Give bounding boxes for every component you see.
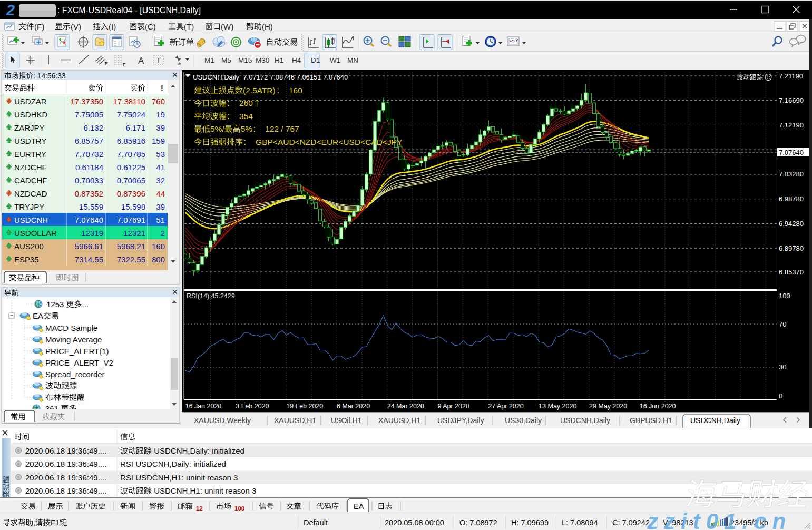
svg-text:1253: 1253 [46, 300, 66, 309]
svg-text:7.75005: 7.75005 [75, 110, 103, 119]
svg-text:5%: 5% [241, 124, 253, 133]
svg-text:100: 100 [234, 505, 244, 512]
svg-text:PRICE_ALERT_V2: PRICE_ALERT_V2 [45, 358, 113, 367]
svg-text:H4: H4 [292, 56, 301, 64]
svg-text:6 Mar 2020: 6 Mar 2020 [337, 403, 370, 410]
svg-text:USDCNH,H1: uninit reason 3: USDCNH,H1: uninit reason 3 [152, 486, 256, 495]
svg-text:6.98780: 6.98780 [779, 195, 804, 203]
svg-text:12321: 12321 [123, 229, 145, 238]
svg-text:16 Jan 2020: 16 Jan 2020 [185, 403, 222, 410]
svg-text:D1: D1 [311, 56, 320, 64]
svg-text:7.07691: 7.07691 [117, 215, 145, 224]
svg-text:39: 39 [156, 202, 165, 211]
svg-text:2: 2 [161, 229, 165, 238]
svg-text:MACD Sample: MACD Sample [45, 323, 97, 332]
svg-text:0: 0 [779, 392, 782, 400]
svg-text:XAUUSD,H1: XAUUSD,H1 [274, 416, 316, 425]
svg-text:7322.55: 7322.55 [117, 255, 145, 264]
svg-text:27 Apr 2020: 27 Apr 2020 [488, 403, 523, 410]
svg-text:7.70732: 7.70732 [75, 150, 103, 159]
svg-text:M30: M30 [256, 56, 269, 64]
svg-text:800: 800 [152, 255, 165, 264]
svg-text:7.07640: 7.07640 [75, 215, 103, 224]
svg-text:0.61225: 0.61225 [117, 163, 145, 172]
svg-text:7.21190: 7.21190 [779, 72, 803, 80]
svg-text:19 Feb 2020: 19 Feb 2020 [286, 403, 323, 410]
svg-text:A: A [138, 56, 144, 66]
svg-text:12: 12 [196, 505, 203, 512]
svg-text:15.559: 15.559 [79, 202, 103, 211]
svg-text:W1: W1 [330, 56, 340, 64]
svg-text:XAUUSD,Weekly: XAUUSD,Weekly [194, 416, 251, 425]
svg-text:260: 260 [235, 99, 253, 107]
svg-text:6.171: 6.171 [125, 123, 145, 132]
svg-text:7.75024: 7.75024 [117, 110, 145, 119]
svg-text:F1: F1 [51, 518, 60, 527]
svg-text:32: 32 [156, 176, 165, 185]
svg-text:USDCNH,Daily 7.07172 7.08746: USDCNH,Daily 7.07172 7.08746 7.06151 7.0… [193, 73, 348, 81]
svg-text:(F): (F) [34, 22, 44, 31]
svg-text:T: T [156, 56, 161, 64]
svg-text:,: , [33, 518, 35, 527]
svg-text:C: 7.09242: C: 7.09242 [612, 518, 650, 527]
svg-text:(W): (W) [221, 22, 233, 31]
svg-text:NZDCAD: NZDCAD [14, 189, 47, 198]
svg-text:2020.06.18 19:36:49....: 2020.06.18 19:36:49.... [25, 473, 106, 482]
svg-text:6.85916: 6.85916 [117, 136, 145, 145]
svg-text:51: 51 [156, 215, 165, 224]
svg-text:USOil,H1: USOil,H1 [331, 416, 362, 425]
svg-text:2: 2 [6, 2, 15, 18]
svg-text:US30,Daily: US30,Daily [505, 416, 542, 425]
svg-text:GBPUSD,H1: GBPUSD,H1 [630, 416, 672, 425]
svg-text:5966.61: 5966.61 [75, 242, 103, 251]
svg-text:(T): (T) [184, 22, 194, 31]
svg-text:24 Mar 2020: 24 Mar 2020 [387, 403, 424, 410]
svg-text:Spread_recorder: Spread_recorder [45, 370, 105, 379]
svg-text:44: 44 [156, 189, 165, 198]
svg-text:41: 41 [156, 163, 165, 172]
svg-text:USDJPY,Daily: USDJPY,Daily [437, 416, 484, 425]
svg-text:6.85370: 6.85370 [779, 268, 804, 276]
svg-text:M1: M1 [204, 56, 214, 64]
svg-text:(H): (H) [262, 22, 273, 31]
svg-text:7.12190: 7.12190 [779, 121, 804, 129]
svg-text:ESP35: ESP35 [14, 255, 39, 264]
svg-text:zzit01.cn: zzit01.cn [647, 509, 791, 530]
svg-text:7314.55: 7314.55 [75, 255, 103, 264]
svg-text:12319: 12319 [81, 229, 103, 238]
svg-text:0.70033: 0.70033 [75, 176, 103, 185]
svg-text:M5: M5 [221, 56, 231, 64]
svg-text:H1: H1 [275, 56, 283, 64]
svg-text:15.598: 15.598 [121, 202, 145, 211]
svg-text:2020.05.08 00:00: 2020.05.08 00:00 [385, 518, 444, 527]
svg-text:0.70065: 0.70065 [117, 176, 145, 185]
svg-text:100: 100 [779, 292, 790, 300]
svg-text:7.07640: 7.07640 [779, 149, 804, 156]
svg-text:6.132: 6.132 [83, 123, 103, 132]
svg-text:PRICE_ALERT(1): PRICE_ALERT(1) [45, 347, 109, 356]
svg-text:9 Apr 2020: 9 Apr 2020 [438, 403, 470, 410]
svg-text:MN: MN [347, 56, 358, 64]
svg-text:7.70785: 7.70785 [117, 150, 145, 159]
svg-text:6.85757: 6.85757 [75, 136, 103, 145]
svg-text:6.94280: 6.94280 [779, 220, 804, 228]
svg-text:M15: M15 [238, 56, 252, 64]
svg-text:(C): (C) [145, 22, 156, 31]
svg-text:O: 7.08972: O: 7.08972 [459, 518, 497, 527]
svg-text:EURTRY: EURTRY [14, 150, 46, 159]
svg-text:7.16690: 7.16690 [779, 96, 804, 104]
svg-text:USDCNH,Daily: USDCNH,Daily [690, 416, 740, 425]
svg-text:TRYJPY: TRYJPY [14, 202, 44, 211]
svg-text:(2.5ATR): (2.5ATR) [243, 86, 276, 95]
svg-text:5%/: 5%/ [210, 124, 224, 133]
svg-text:USDZAR: USDZAR [14, 97, 47, 106]
svg-text:USDHKD: USDHKD [14, 110, 48, 119]
svg-text:2020.06.18 19:36:49....: 2020.06.18 19:36:49.... [25, 446, 106, 455]
svg-text:: FXCM-USDReal04 - [USDCNH,Dai: : FXCM-USDReal04 - [USDCNH,Daily] [57, 6, 201, 15]
svg-text:0.87396: 0.87396 [117, 189, 145, 198]
svg-text:0.61184: 0.61184 [75, 163, 103, 172]
svg-text:7.03280: 7.03280 [779, 170, 804, 178]
svg-text:USDCNH,Daily: initialized: USDCNH,Daily: initialized [152, 446, 244, 455]
svg-text:6.89780: 6.89780 [779, 244, 804, 252]
svg-text:19: 19 [156, 110, 165, 119]
